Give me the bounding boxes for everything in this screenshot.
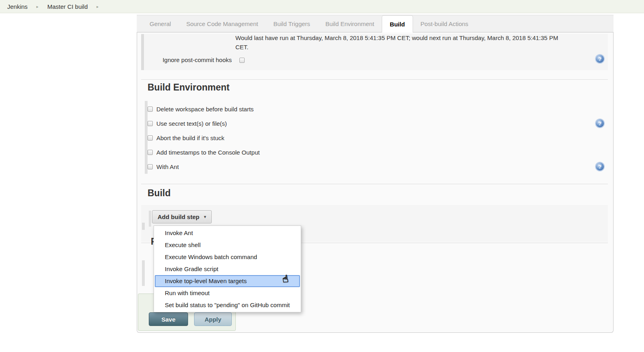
add-build-step-label: Add build step: [158, 213, 199, 220]
add-timestamps-checkbox[interactable]: [148, 150, 153, 155]
tab-general[interactable]: General: [142, 15, 178, 32]
use-secret-text-checkbox[interactable]: [148, 121, 153, 126]
drag-handle[interactable]: [145, 101, 148, 174]
option-label[interactable]: Use secret text(s) or file(s): [156, 120, 227, 127]
drag-handle[interactable]: [141, 34, 144, 70]
breadcrumb-jenkins-link[interactable]: Jenkins: [7, 3, 28, 10]
add-build-step-dropdown-menu: Invoke Ant Execute shell Execute Windows…: [154, 225, 301, 312]
option-row: Abort the build if it's stuck: [148, 131, 428, 145]
menu-item-invoke-maven-highlighted[interactable]: Invoke top-level Maven targets: [155, 275, 300, 287]
ignore-post-commit-hooks-checkbox[interactable]: [239, 58, 245, 63]
help-icon[interactable]: ?: [596, 163, 604, 171]
option-row: Add timestamps to the Console Output: [148, 145, 428, 159]
with-ant-checkbox[interactable]: [148, 164, 153, 169]
question-mark-icon: ?: [598, 121, 601, 127]
menu-item-execute-shell[interactable]: Execute shell: [154, 239, 301, 251]
abort-stuck-build-checkbox[interactable]: [148, 135, 153, 141]
help-icon[interactable]: ?: [596, 55, 604, 63]
option-row: Delete workspace before build starts: [148, 102, 428, 116]
tab-build-triggers[interactable]: Build Triggers: [266, 15, 318, 32]
menu-item-run-with-timeout[interactable]: Run with timeout: [154, 287, 301, 299]
tab-build[interactable]: Build: [382, 15, 413, 32]
chevron-down-icon: ▾: [204, 214, 206, 219]
tab-build-environment[interactable]: Build Environment: [318, 15, 382, 32]
drag-handle[interactable]: [149, 211, 151, 227]
build-environment-heading: Build Environment: [148, 82, 229, 93]
section-divider: [141, 184, 608, 184]
schedule-preview-text: Would last have run at Thursday, March 8…: [235, 34, 569, 52]
menu-item-set-github-pending[interactable]: Set build status to "pending" on GitHub …: [154, 299, 301, 311]
section-divider: [141, 79, 608, 80]
option-label[interactable]: Add timestamps to the Console Output: [156, 149, 260, 156]
breadcrumb-chevron-icon[interactable]: ▸: [97, 4, 99, 9]
breadcrumb-job-link[interactable]: Master CI build: [47, 3, 88, 10]
post-build-actions-heading-clipped: Post-build Actions: [151, 236, 154, 247]
config-tabbar: General Source Code Management Build Tri…: [137, 15, 614, 32]
option-row: With Ant: [148, 159, 428, 174]
apply-button[interactable]: Apply: [194, 312, 232, 326]
tab-post-build-actions[interactable]: Post-build Actions: [413, 15, 476, 32]
add-build-step-button[interactable]: Add build step ▾: [152, 210, 212, 223]
breadcrumb: Jenkins ▸ Master CI build ▸: [0, 0, 644, 13]
menu-item-invoke-ant[interactable]: Invoke Ant: [154, 227, 301, 239]
help-icon[interactable]: ?: [596, 119, 604, 127]
jenkins-job-config-page: Jenkins ▸ Master CI build ▸ General Sour…: [0, 0, 644, 352]
tab-source-code-management[interactable]: Source Code Management: [178, 15, 265, 32]
save-button[interactable]: Save: [149, 312, 188, 326]
option-label[interactable]: With Ant: [156, 163, 179, 170]
question-mark-icon: ?: [598, 164, 601, 170]
option-row: Use secret text(s) or file(s): [148, 116, 428, 131]
ignore-post-commit-hooks-label[interactable]: Ignore post-commit hooks: [141, 56, 232, 63]
build-heading: Build: [148, 188, 171, 199]
option-label[interactable]: Abort the build if it's stuck: [156, 135, 225, 141]
menu-item-invoke-gradle[interactable]: Invoke Gradle script: [154, 263, 301, 275]
delete-workspace-checkbox[interactable]: [148, 107, 153, 112]
drag-handle[interactable]: [142, 223, 145, 230]
option-label[interactable]: Delete workspace before build starts: [156, 106, 254, 113]
drag-handle[interactable]: [142, 260, 145, 286]
menu-item-execute-windows-batch[interactable]: Execute Windows batch command: [154, 251, 301, 263]
question-mark-icon: ?: [598, 56, 601, 62]
breadcrumb-chevron-icon[interactable]: ▸: [36, 4, 38, 9]
